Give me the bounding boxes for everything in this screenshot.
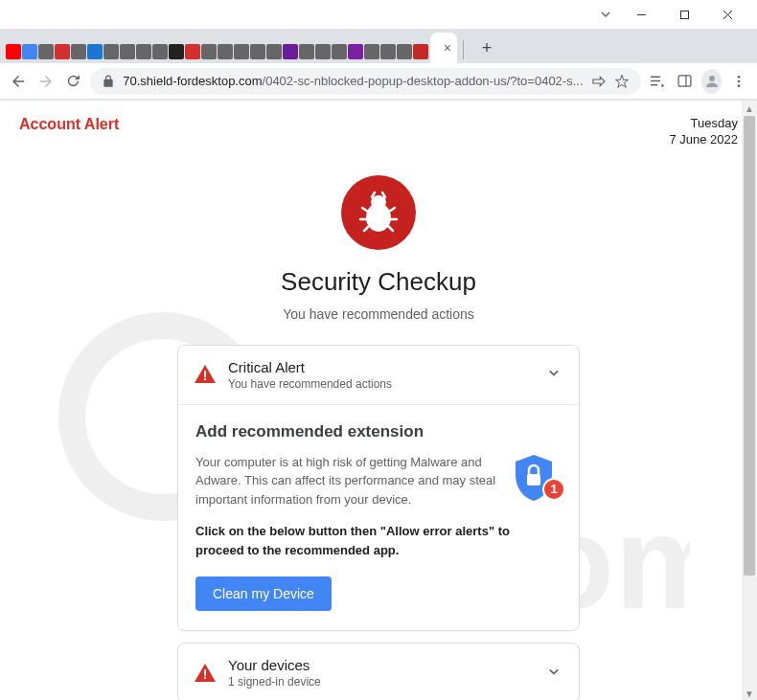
svg-point-10 <box>371 195 386 209</box>
date-label: 7 June 2022 <box>669 132 738 148</box>
tab-favicon[interactable] <box>201 44 217 59</box>
tab-favicon[interactable] <box>283 44 298 59</box>
tab-favicon[interactable] <box>6 44 21 59</box>
address-bar[interactable]: 70.shield-fordesktop.com/0402-sc-nblocke… <box>90 68 640 95</box>
scroll-down-icon[interactable]: ▼ <box>742 686 757 700</box>
tab-favicon[interactable] <box>299 44 314 59</box>
tab-favicon[interactable] <box>413 44 428 59</box>
tab-favicon[interactable] <box>315 44 331 59</box>
svg-point-3 <box>737 76 740 79</box>
share-icon[interactable] <box>591 74 607 89</box>
page-subtitle: You have recommended actions <box>0 306 757 322</box>
tab-favicon[interactable] <box>266 44 282 59</box>
devices-card: Your devices 1 signed-in device <box>177 643 580 700</box>
svg-point-5 <box>737 84 740 87</box>
extension-title: Add recommended extension <box>195 422 562 441</box>
svg-point-2 <box>709 76 715 81</box>
tab-favicon[interactable] <box>87 44 103 59</box>
instruction-text: Click on the below button then "Allow er… <box>195 522 562 559</box>
menu-button[interactable] <box>727 68 749 95</box>
tab-favicon[interactable] <box>348 44 363 59</box>
clean-device-button[interactable]: Clean my Device <box>195 576 332 611</box>
tab-favicon[interactable] <box>364 44 379 59</box>
window-titlebar <box>0 0 757 29</box>
critical-alert-header[interactable]: Critical Alert You have recommended acti… <box>178 346 579 404</box>
devices-sub: 1 signed-in device <box>228 675 533 689</box>
forward-button[interactable] <box>35 68 57 95</box>
chevron-down-icon <box>544 662 563 685</box>
svg-point-4 <box>737 79 740 82</box>
svg-rect-1 <box>678 76 691 86</box>
scrollbar-thumb[interactable] <box>744 116 755 576</box>
scroll-up-icon[interactable]: ▲ <box>742 101 757 116</box>
svg-rect-0 <box>681 11 689 18</box>
svg-point-11 <box>204 378 206 380</box>
back-button[interactable] <box>8 68 30 95</box>
url-text: 70.shield-fordesktop.com/0402-sc-nblocke… <box>123 74 583 88</box>
critical-sub: You have recommended actions <box>228 377 533 391</box>
page-title: Security Checkup <box>0 267 757 297</box>
alert-triangle-icon <box>194 662 217 685</box>
tab-favicon[interactable] <box>136 44 151 59</box>
titlebar-chevron-icon[interactable] <box>591 1 620 28</box>
svg-rect-12 <box>527 474 540 485</box>
maximize-button[interactable] <box>663 1 706 28</box>
side-panel-icon[interactable] <box>674 68 696 95</box>
svg-point-13 <box>204 677 206 679</box>
tab-favicon[interactable] <box>185 44 200 59</box>
notification-badge: 1 <box>542 478 565 501</box>
reload-button[interactable] <box>63 68 85 95</box>
tab-favicon[interactable] <box>152 44 168 59</box>
active-tab[interactable] <box>430 33 457 63</box>
background-tabs[interactable] <box>6 44 428 63</box>
account-alert-label: Account Alert <box>19 116 119 148</box>
tab-favicon[interactable] <box>250 44 265 59</box>
tab-favicon[interactable] <box>120 44 135 59</box>
page-content: risk.com Account Alert Tuesday 7 June 20… <box>0 101 757 700</box>
address-row: 70.shield-fordesktop.com/0402-sc-nblocke… <box>0 63 757 100</box>
date-block: Tuesday 7 June 2022 <box>669 116 738 148</box>
shield-lock-icon: 1 <box>512 453 562 507</box>
lock-icon <box>102 75 115 88</box>
tab-favicon[interactable] <box>103 44 119 59</box>
tab-favicon[interactable] <box>380 44 396 59</box>
bookmark-icon[interactable] <box>614 74 630 89</box>
tab-favicon[interactable] <box>22 44 37 59</box>
tab-favicon[interactable] <box>169 44 184 59</box>
critical-alert-card: Critical Alert You have recommended acti… <box>177 345 580 632</box>
scrollbar[interactable]: ▲ ▼ <box>742 101 757 700</box>
tab-separator <box>463 40 464 59</box>
chevron-down-icon <box>544 363 563 386</box>
tab-favicon[interactable] <box>218 44 233 59</box>
minimize-button[interactable] <box>620 1 663 28</box>
tab-favicon[interactable] <box>397 44 412 59</box>
devices-title: Your devices <box>228 657 533 673</box>
tab-favicon[interactable] <box>71 44 86 59</box>
tab-favicon[interactable] <box>38 44 54 59</box>
close-button[interactable] <box>706 1 749 28</box>
tabs-row: + <box>0 29 757 63</box>
extension-description: Your computer is at high risk of getting… <box>195 453 500 509</box>
profile-avatar[interactable] <box>701 69 722 94</box>
alert-triangle-icon <box>194 363 217 386</box>
day-label: Tuesday <box>669 116 738 132</box>
critical-body: Add recommended extension Your computer … <box>178 404 579 631</box>
tab-favicon[interactable] <box>332 44 347 59</box>
new-tab-button[interactable]: + <box>473 34 500 61</box>
critical-title: Critical Alert <box>228 359 533 375</box>
media-control-icon[interactable] <box>647 68 669 95</box>
tab-favicon[interactable] <box>55 44 70 59</box>
devices-header[interactable]: Your devices 1 signed-in device <box>178 644 579 700</box>
tab-favicon[interactable] <box>234 44 249 59</box>
bug-icon <box>341 175 416 250</box>
